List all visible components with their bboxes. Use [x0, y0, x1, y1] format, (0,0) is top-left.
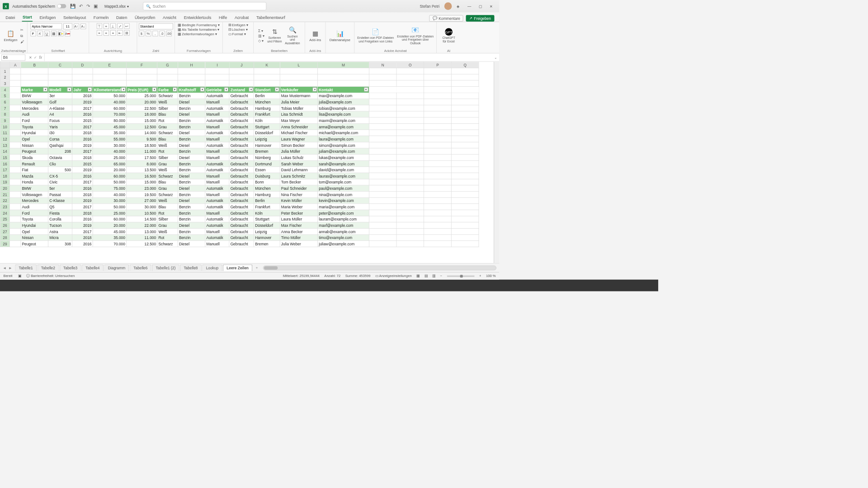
document-name[interactable]: Mappe3.xlsx▾ [104, 4, 129, 9]
cell[interactable]: Rot [157, 210, 178, 216]
cell[interactable]: 2016 [72, 185, 93, 192]
fill-color-button[interactable]: ◧ [58, 31, 63, 36]
align-right-icon[interactable]: ≡ [110, 30, 116, 36]
cell[interactable]: Köln [254, 117, 280, 124]
cell[interactable]: Grau [157, 160, 178, 167]
spreadsheet-grid[interactable]: ABCDEFGHIJKLMNOPQ1234Marke▾Modell▾Jahr▾K… [0, 61, 499, 263]
table-header-cell[interactable]: Marke▾ [21, 86, 48, 93]
cell[interactable]: Automatik [205, 222, 229, 229]
cell[interactable]: Nissan [21, 142, 48, 148]
cell[interactable]: 40.000 [93, 99, 126, 105]
tab-datei[interactable]: Datei [5, 14, 16, 22]
windows-taskbar[interactable] [0, 280, 658, 291]
row-header[interactable]: 18 [0, 173, 9, 179]
cell[interactable] [48, 74, 72, 80]
cell[interactable]: Blau [157, 179, 178, 185]
cell[interactable]: Manuell [205, 173, 229, 179]
data-analysis-button[interactable]: 📊Datenanalyse [332, 30, 348, 42]
cell[interactable]: Benzin [178, 160, 205, 167]
cell[interactable] [93, 74, 126, 80]
cell[interactable]: 2016 [72, 111, 93, 117]
cell[interactable]: Dortmund [254, 160, 280, 167]
cell[interactable]: Toyota [21, 216, 48, 222]
cell[interactable]: Julia Meier [280, 99, 317, 105]
cell[interactable]: Diesel [178, 130, 205, 136]
cell[interactable]: Simon Becker [280, 142, 317, 148]
cell[interactable]: Düsseldorf [254, 222, 280, 229]
fill-icon[interactable]: ▥ ▾ [258, 33, 264, 38]
cell[interactable]: Gebraucht [229, 93, 254, 99]
row-header[interactable]: 19 [0, 179, 9, 185]
font-name-input[interactable] [30, 23, 62, 30]
table-header-cell[interactable]: Kontakt▾ [318, 86, 369, 93]
cell[interactable]: Laura Schmitz [280, 173, 317, 179]
cell[interactable]: Gebraucht [229, 235, 254, 241]
view-layout-icon[interactable]: ▤ [425, 274, 428, 278]
border-button[interactable]: ▦ [51, 31, 57, 36]
wrap-text-icon[interactable]: ↩ [124, 23, 129, 29]
cell[interactable]: Gebraucht [229, 136, 254, 142]
cell[interactable]: Ford [21, 210, 48, 216]
name-box[interactable]: B6 [1, 54, 25, 61]
cell[interactable]: 500 [48, 167, 72, 173]
cell[interactable] [280, 80, 317, 87]
cell[interactable]: Stuttgart [254, 216, 280, 222]
cell[interactable]: Silber [157, 155, 178, 161]
sheet-tab[interactable]: Tabelle1 [15, 264, 37, 271]
cell[interactable]: CX-5 [48, 173, 72, 179]
cell[interactable]: Golf [48, 99, 72, 105]
column-header[interactable]: A [10, 62, 21, 68]
cell[interactable]: Max Meyer [280, 117, 317, 124]
cell[interactable]: Manuell [205, 228, 229, 235]
align-left-icon[interactable]: ≡ [96, 30, 102, 36]
sheet-tab[interactable]: Tabelle1 (2) [152, 264, 179, 271]
cell[interactable]: Nissan [21, 235, 48, 241]
cell[interactable]: Octavia [48, 155, 72, 161]
cell[interactable]: Civic [48, 179, 72, 185]
cell[interactable]: nina@example.com [318, 192, 369, 198]
table-header-cell[interactable]: Standort▾ [254, 86, 280, 93]
cell[interactable]: Benzin [178, 105, 205, 111]
tab-hilfe[interactable]: Hilfe [218, 14, 227, 22]
column-header[interactable]: K [254, 62, 280, 68]
cell[interactable]: Automatik [205, 235, 229, 241]
cell[interactable] [157, 68, 178, 75]
cell[interactable]: 27.000 [126, 197, 157, 204]
cell[interactable]: Gebraucht [229, 210, 254, 216]
cell[interactable]: Manuell [205, 155, 229, 161]
cell[interactable]: Tom Becker [280, 179, 317, 185]
accessibility-status[interactable]: ⓘ Barrierefreiheit: Untersuchen [26, 274, 75, 279]
cell[interactable]: 2019 [72, 167, 93, 173]
cell[interactable] [157, 80, 178, 87]
cell[interactable] [451, 74, 479, 80]
cell[interactable] [178, 80, 205, 87]
cell[interactable]: Automatik [205, 160, 229, 167]
cell[interactable]: 25.000 [93, 210, 126, 216]
display-settings-button[interactable]: ▭ Anzeigeeinstellungen [375, 274, 412, 278]
comments-button[interactable]: 💬 Kommentare [429, 15, 463, 21]
cell[interactable]: Diesel [178, 197, 205, 204]
cell[interactable] [72, 68, 93, 75]
addins-button[interactable]: ▦Add-Ins [307, 30, 323, 42]
formula-input[interactable] [44, 53, 492, 61]
cell[interactable]: Kevin Müller [280, 197, 317, 204]
cell[interactable]: 16.500 [126, 173, 157, 179]
cell[interactable]: Opel [21, 228, 48, 235]
cell[interactable]: 13.500 [126, 167, 157, 173]
cell[interactable]: Micra [48, 235, 72, 241]
cell[interactable]: Diesel [178, 99, 205, 105]
row-header[interactable]: 8 [0, 111, 9, 117]
cell[interactable]: Skoda [21, 155, 48, 161]
cell[interactable]: Max Fischer [280, 222, 317, 229]
cell[interactable]: Gebraucht [229, 148, 254, 155]
cell[interactable]: 17.500 [126, 155, 157, 161]
tab-entwicklertools[interactable]: Entwicklertools [183, 14, 212, 22]
share-button[interactable]: ↗ Freigeben [466, 15, 495, 21]
cell[interactable]: 9.500 [126, 136, 157, 142]
cell[interactable] [72, 74, 93, 80]
cell[interactable]: Gebraucht [229, 111, 254, 117]
cell[interactable]: 2016 [72, 216, 93, 222]
cell[interactable]: 5er [48, 185, 72, 192]
sheet-tab[interactable]: Leere Zeilen [223, 264, 252, 271]
cell[interactable]: Diesel [178, 173, 205, 179]
